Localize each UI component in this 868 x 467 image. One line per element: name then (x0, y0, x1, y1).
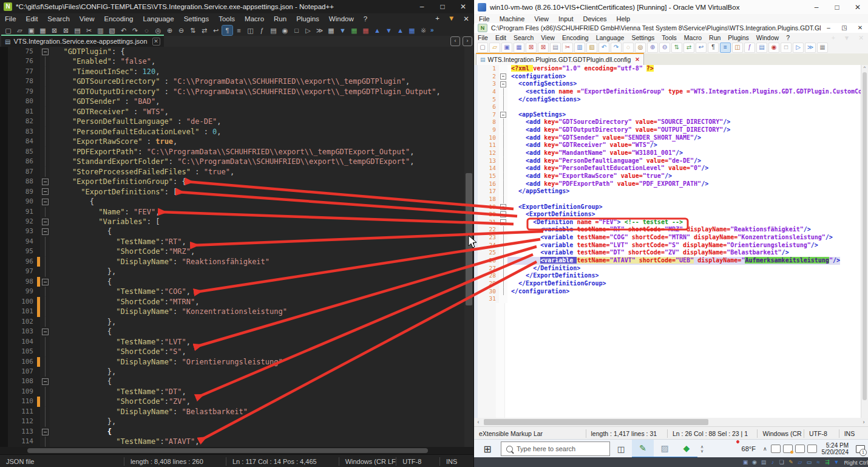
vbox-network-icon[interactable]: ≈ (815, 459, 822, 466)
left-menu-macro[interactable]: Macro (240, 13, 269, 24)
zoom-out-icon[interactable]: ⊖ (176, 26, 186, 35)
copy-icon[interactable]: ▥ (574, 43, 585, 53)
copy-icon[interactable]: ▥ (95, 26, 106, 35)
left-vscroll-thumb[interactable] (466, 173, 472, 305)
guest-minimize-button[interactable]: – (821, 23, 836, 33)
print-icon[interactable]: ▤ (550, 43, 561, 53)
guest-menu-view[interactable]: View (537, 32, 558, 43)
left-menu-edit[interactable]: Edit (21, 13, 43, 24)
plugin-hash-icon[interactable]: ※ (418, 26, 429, 35)
left-title-bar[interactable]: N *C:\git\sf\Setup\Files\CONFIG-TEMPLATE… (0, 0, 473, 13)
vbox-cd-icon[interactable]: ◉ (751, 459, 758, 466)
guest-menu-edit[interactable]: Edit (492, 32, 510, 43)
indent-guide-icon[interactable]: ≡ (720, 43, 731, 53)
vbox-menu-file[interactable]: File (474, 13, 495, 24)
new-file-icon[interactable]: ▢ (3, 26, 13, 35)
minimize-button[interactable]: – (412, 0, 432, 13)
left-menu-window[interactable]: Window (324, 13, 359, 24)
left-menu-file[interactable]: File (0, 13, 21, 24)
guest-vscroll-thumb[interactable] (863, 72, 867, 400)
close-icon[interactable]: ⊠ (49, 26, 59, 35)
vbox-menu-view[interactable]: View (529, 13, 554, 24)
show-all-characters-icon[interactable]: ¶ (222, 26, 232, 35)
doc-switcher-icon[interactable]: ▤ (268, 26, 279, 35)
task-view-icon[interactable]: ◫ (610, 440, 632, 458)
guest-menu-menu-close-icon[interactable]: ✕ (854, 34, 868, 41)
guest-menu-window[interactable]: Window (753, 32, 782, 43)
guest-menu-plugins[interactable]: Plugins (724, 32, 752, 43)
tab-scroll-right-button[interactable]: › (463, 36, 472, 46)
open-file-icon[interactable]: ▱ (489, 43, 500, 53)
guest-active-tab[interactable]: ▤ WTS.Integration.Plugins.GDT.GDTPlugin.… (476, 53, 644, 65)
left-editor[interactable]: 75 "GDTPlugin": {76 "Enabled": "false",7… (0, 47, 464, 447)
notification-center-icon[interactable]: 1 (852, 440, 868, 458)
vbox-menu-help[interactable]: Help (612, 13, 636, 24)
vbox-menu-machine[interactable]: Machine (495, 13, 530, 24)
guest-hscroll-thumb[interactable] (484, 419, 708, 425)
vbox-usb-icon[interactable]: ⇶ (824, 459, 831, 466)
indent-guide-icon[interactable]: ≡ (234, 26, 244, 35)
left-menu-new-tab-button[interactable]: + (431, 15, 444, 23)
tray-updates-icon[interactable] (771, 445, 781, 453)
redo-icon[interactable]: ↷ (130, 26, 140, 35)
record-macro-icon[interactable]: ◉ (768, 43, 779, 53)
save-icon[interactable]: ▣ (26, 26, 36, 35)
taskbar-notepadpp-icon[interactable]: ✎ (632, 440, 654, 458)
cut-icon[interactable]: ✂ (84, 26, 94, 35)
guest-menu-tools[interactable]: Tools (658, 32, 680, 43)
taskbar-scroll-chevrons[interactable]: ∧∨ (697, 445, 707, 453)
vbox-floppy-icon[interactable]: ▤ (760, 459, 767, 466)
save-macro-icon[interactable]: ▦ (326, 26, 336, 35)
plugin-grid2-icon[interactable]: ▦ (361, 26, 371, 35)
tray-volume-icon[interactable] (807, 445, 817, 453)
start-button[interactable]: ⊞ (474, 443, 501, 455)
doc-map-icon[interactable]: ◫ (732, 43, 743, 53)
cut-icon[interactable]: ✂ (562, 43, 573, 53)
left-menu-settings[interactable]: Settings (179, 13, 214, 24)
save-all-icon[interactable]: ▦ (38, 26, 48, 35)
left-menu-menu-close-icon[interactable]: ✕ (459, 15, 473, 23)
maximize-button[interactable]: □ (432, 0, 453, 13)
search-input[interactable]: Type here to search (501, 441, 610, 456)
vbox-pen-icon[interactable]: ✎ (787, 459, 795, 466)
stop-macro-icon[interactable]: □ (781, 43, 792, 53)
left-menu-menu-dropdown-icon[interactable]: ▼ (444, 15, 459, 23)
find-icon[interactable]: ◌ (141, 26, 152, 35)
close-button[interactable]: ✕ (453, 0, 473, 13)
guest-tab-close-icon[interactable]: ✕ (635, 56, 640, 63)
hscroll-left-arrow[interactable]: ‹ (474, 419, 483, 425)
undo-icon[interactable]: ↶ (598, 43, 609, 53)
vbox-menu-devices[interactable]: Devices (578, 13, 611, 24)
guest-menu-help[interactable]: ? (782, 32, 793, 43)
vbox-minimize-button[interactable]: – (806, 1, 827, 14)
close-all-icon[interactable]: ⊠ (538, 43, 549, 53)
close-all-icon[interactable]: ⊠ (61, 26, 71, 35)
expand-icon[interactable]: ▲ (395, 26, 405, 35)
vbox-windows-icon[interactable]: ❏ (778, 459, 785, 466)
tray-display-icon[interactable] (795, 445, 805, 453)
vbox-hdd-icon[interactable]: ▣ (742, 459, 749, 466)
vbox-audio-icon[interactable]: ♪ (769, 459, 776, 466)
save-macro-icon[interactable]: ▦ (817, 43, 828, 53)
redo-icon[interactable]: ↷ (611, 43, 622, 53)
sync-vertical-icon[interactable]: ⇅ (671, 43, 682, 53)
left-vertical-scrollbar[interactable] (464, 47, 473, 447)
run-multiple-icon[interactable]: ≫ (314, 26, 325, 35)
doc-switcher-icon[interactable]: ▤ (756, 43, 767, 53)
guest-menu-new-tab-button[interactable]: + (827, 34, 839, 41)
guest-restore-button[interactable]: ◳ (836, 23, 852, 33)
close-icon[interactable]: ⊠ (526, 43, 537, 53)
function-list-icon[interactable]: ƒ (257, 26, 267, 35)
guest-menu-menu-dropdown-icon[interactable]: ▼ (839, 34, 854, 41)
sort-asc-icon[interactable]: ▲ (372, 26, 382, 35)
vbox-close-button[interactable]: ✕ (847, 1, 868, 14)
doc-map-icon[interactable]: ◫ (245, 26, 256, 35)
save-all-icon[interactable]: ▦ (514, 43, 524, 53)
play-macro-icon[interactable]: ▷ (793, 43, 804, 53)
stop-macro-icon[interactable]: □ (291, 26, 302, 35)
guest-menu-file[interactable]: File (474, 32, 492, 43)
record-macro-icon[interactable]: ◉ (280, 26, 290, 35)
guest-menu-run[interactable]: Run (705, 32, 724, 43)
plugin-table-icon[interactable]: ▦ (407, 26, 417, 35)
toolbar-overflow-icon[interactable]: » (430, 27, 434, 33)
